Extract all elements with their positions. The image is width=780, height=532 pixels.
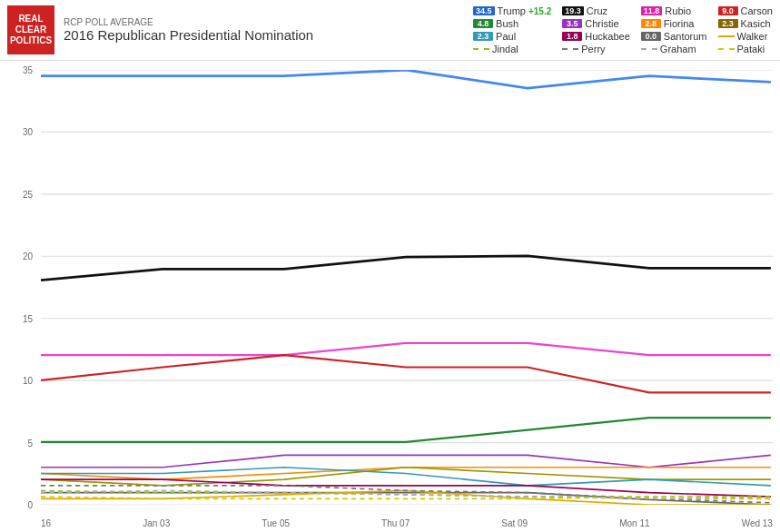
legend-bush: 4.8 Bush [473, 18, 551, 29]
trump-badge: 34.5 [473, 6, 495, 15]
legend-trump: 34.5 Trump +15.2 [473, 5, 551, 16]
bush-line [41, 418, 771, 442]
header: REAL CLEAR POLITICS RCP POLL AVERAGE 201… [0, 0, 780, 61]
title-section: RCP POLL AVERAGE 2016 Republican Preside… [64, 5, 313, 54]
rcp-label: RCP POLL AVERAGE [64, 17, 313, 27]
legend-pataki: Pataki [718, 44, 773, 54]
cruz-line [41, 256, 771, 281]
pataki-dash [718, 48, 735, 50]
huckabee-badge: 1.8 [562, 32, 582, 41]
walker-dash [718, 35, 735, 37]
chart-area: 35 30 25 20 15 10 5 0 [0, 61, 780, 532]
paul-name: Paul [496, 31, 516, 42]
poll-title: 2016 Republican Presidential Nomination [64, 27, 313, 43]
legend: 34.5 Trump +15.2 19.3 Cruz 11.8 Rubio 9.… [473, 5, 773, 54]
carson-badge: 9.0 [718, 6, 738, 15]
pataki-name: Pataki [737, 44, 765, 54]
y-label-10: 10 [23, 376, 33, 386]
rubio-badge: 11.8 [641, 6, 663, 15]
legend-jindal: Jindal [473, 44, 551, 54]
bush-name: Bush [496, 18, 518, 29]
kasich-badge: 2.3 [718, 19, 738, 28]
y-label-0: 0 [27, 500, 33, 510]
legend-kasich: 2.3 Kasich [718, 18, 773, 29]
rubio-name: Rubio [665, 5, 691, 16]
trump-change: +15.2 [528, 6, 551, 16]
jindal-name: Jindal [492, 44, 518, 54]
cruz-name: Cruz [587, 5, 607, 16]
perry-name: Perry [581, 44, 605, 54]
rubio-line [41, 343, 771, 355]
legend-santorum: 0.0 Santorum [641, 31, 707, 42]
x-label-16: 16 [41, 518, 51, 528]
paul-badge: 2.3 [473, 32, 493, 41]
trump-line [41, 70, 771, 88]
y-axis: 35 30 25 20 15 10 5 0 [0, 70, 38, 505]
logo-real: REAL [18, 14, 43, 25]
y-label-20: 20 [23, 251, 33, 261]
y-label-25: 25 [23, 189, 33, 199]
y-label-30: 30 [23, 127, 33, 137]
legend-paul: 2.3 Paul [473, 31, 551, 42]
x-label-wed13: Wed 13 [742, 518, 773, 528]
y-label-35: 35 [23, 65, 33, 75]
huckabee-name: Huckabee [585, 31, 630, 42]
paul-line [41, 468, 771, 486]
kasich-name: Kasich [741, 18, 771, 29]
legend-christie: 3.5 Christie [562, 18, 630, 29]
jindal-dash [473, 48, 489, 50]
carson-line [41, 355, 771, 392]
x-label-jan03: Jan 03 [143, 518, 170, 528]
trump-name: Trump [498, 5, 526, 16]
legend-carson: 9.0 Carson [718, 5, 773, 16]
graham-dash [641, 48, 657, 50]
graham-name: Graham [660, 44, 696, 54]
x-label-sat09: Sat 09 [501, 518, 528, 528]
bush-badge: 4.8 [473, 19, 493, 28]
legend-rubio: 11.8 Rubio [641, 5, 707, 16]
graham-line [41, 490, 771, 498]
logo-clear: CLEAR [15, 25, 46, 35]
fiorina-name: Fiorina [664, 18, 695, 29]
y-label-5: 5 [27, 438, 33, 448]
x-label-thu07: Thu 07 [381, 518, 410, 528]
cruz-badge: 19.3 [562, 6, 584, 15]
santorum-badge: 0.0 [641, 32, 661, 41]
santorum-name: Santorum [664, 31, 707, 42]
legend-walker: Walker [718, 31, 773, 42]
x-label-mon11: Mon 11 [619, 518, 649, 528]
walker-name: Walker [737, 31, 768, 42]
kasich-line [41, 468, 771, 486]
carson-name: Carson [741, 5, 773, 16]
y-label-15: 15 [23, 313, 33, 323]
legend-cruz: 19.3 Cruz [562, 5, 630, 16]
logo-politics: POLITICS [10, 35, 52, 46]
fiorina-badge: 2.8 [641, 19, 661, 28]
legend-graham: Graham [641, 44, 707, 54]
x-label-tue05: Tue 05 [262, 518, 290, 528]
chart-svg [41, 70, 773, 505]
christie-line [41, 455, 771, 467]
perry-dash [562, 48, 578, 50]
christie-badge: 3.5 [562, 19, 582, 28]
main-container: REAL CLEAR POLITICS RCP POLL AVERAGE 201… [0, 0, 780, 532]
christie-name: Christie [585, 18, 618, 29]
legend-huckabee: 1.8 Huckabee [562, 31, 630, 42]
legend-fiorina: 2.8 Fiorina [641, 18, 707, 29]
logo: REAL CLEAR POLITICS [7, 5, 54, 54]
x-axis: 16 Jan 03 Tue 05 Thu 07 Sat 09 Mon 11 We… [41, 518, 773, 528]
legend-perry: Perry [562, 44, 630, 54]
